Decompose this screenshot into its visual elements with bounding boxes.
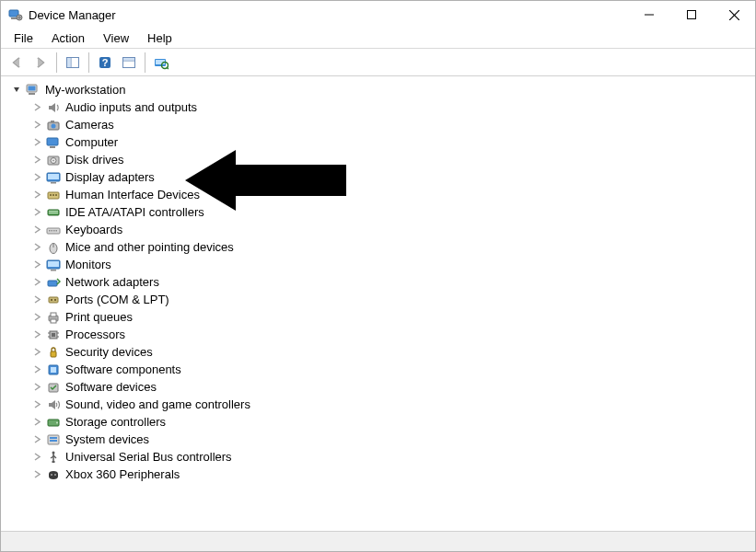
tree-item[interactable]: Software components: [30, 361, 755, 378]
svg-rect-21: [29, 86, 36, 91]
tree-item[interactable]: Keyboards: [30, 221, 755, 238]
chevron-right-icon[interactable]: [30, 243, 43, 251]
chevron-right-icon[interactable]: [30, 418, 43, 426]
maximize-button[interactable]: [670, 1, 713, 29]
chevron-right-icon[interactable]: [30, 348, 43, 356]
chevron-right-icon[interactable]: [30, 295, 43, 304]
tree-item[interactable]: Ports (COM & LPT): [30, 291, 755, 308]
audio-icon: [45, 100, 62, 115]
tree-item[interactable]: Computer: [30, 133, 755, 151]
menu-help[interactable]: Help: [140, 29, 180, 47]
toolbar-separator: [56, 52, 57, 73]
show-hide-console-tree-button[interactable]: [62, 52, 84, 74]
chevron-right-icon[interactable]: [30, 103, 43, 111]
svg-line-6: [729, 10, 739, 20]
tree-item-label: Human Interface Devices: [65, 186, 200, 203]
softdev-icon: [45, 380, 62, 395]
svg-rect-14: [123, 58, 134, 61]
tree-item[interactable]: Monitors: [30, 256, 755, 273]
tree-item-label: IDE ATA/ATAPI controllers: [65, 203, 204, 221]
chevron-right-icon[interactable]: [30, 121, 43, 129]
tree-item[interactable]: Storage controllers: [30, 413, 755, 431]
chevron-right-icon[interactable]: [30, 400, 43, 408]
tree-item[interactable]: Network adapters: [30, 273, 755, 291]
tree-item[interactable]: Print queues: [30, 308, 755, 326]
chevron-right-icon[interactable]: [30, 313, 43, 321]
back-button[interactable]: [6, 52, 28, 74]
menu-file[interactable]: File: [6, 29, 41, 47]
tree-item[interactable]: Human Interface Devices: [30, 186, 755, 203]
softcomp-icon: [45, 362, 62, 377]
tree-item-label: Keyboards: [65, 221, 122, 238]
tree-item-label: Xbox 360 Peripherals: [65, 466, 180, 483]
tree-item[interactable]: Universal Serial Bus controllers: [30, 448, 755, 466]
tree-item-label: Processors: [65, 326, 125, 343]
tree-item-label: Monitors: [65, 256, 111, 273]
toolbar: ?: [1, 49, 755, 76]
tree-item[interactable]: Sound, video and game controllers: [30, 396, 755, 413]
chevron-right-icon[interactable]: [30, 453, 43, 461]
chevron-right-icon[interactable]: [30, 365, 43, 374]
tree-root-node[interactable]: My-workstation: [10, 80, 755, 98]
device-tree[interactable]: My-workstation Audio inputs and outputsC…: [1, 76, 755, 531]
tree-item[interactable]: Xbox 360 Peripherals: [30, 466, 755, 483]
chevron-right-icon[interactable]: [30, 155, 43, 164]
menu-action[interactable]: Action: [44, 29, 92, 47]
hid-icon: [45, 188, 62, 202]
monitor-icon: [45, 258, 62, 272]
tree-item[interactable]: Software devices: [30, 378, 755, 396]
usb-icon: [45, 450, 62, 465]
svg-line-18: [167, 67, 169, 69]
keyboard-icon: [45, 223, 62, 237]
tree-item-label: Mice and other pointing devices: [65, 238, 234, 256]
cpu-icon: [45, 328, 62, 342]
chevron-right-icon[interactable]: [30, 260, 43, 269]
chevron-right-icon[interactable]: [30, 278, 43, 286]
tree-item[interactable]: Display adapters: [30, 168, 755, 186]
chevron-right-icon[interactable]: [30, 225, 43, 234]
network-icon: [45, 275, 62, 290]
titlebar: Device Manager: [1, 1, 755, 29]
minimize-button[interactable]: [628, 1, 670, 29]
display-icon: [45, 170, 62, 185]
tree-item[interactable]: Cameras: [30, 116, 755, 133]
tree-item-label: Storage controllers: [65, 413, 166, 431]
forward-button[interactable]: [29, 52, 52, 74]
properties-button[interactable]: [118, 52, 140, 74]
tree-item[interactable]: Processors: [30, 326, 755, 343]
tree-item[interactable]: Security devices: [30, 343, 755, 361]
help-button[interactable]: ?: [94, 52, 116, 74]
chevron-right-icon[interactable]: [30, 383, 43, 391]
device-manager-icon: [8, 7, 23, 22]
disk-icon: [45, 153, 62, 167]
chevron-right-icon[interactable]: [30, 208, 43, 216]
tree-item[interactable]: Disk drives: [30, 151, 755, 168]
chevron-right-icon[interactable]: [30, 190, 43, 199]
chevron-right-icon[interactable]: [30, 435, 43, 443]
printer-icon: [45, 310, 62, 325]
window-title: Device Manager: [29, 8, 116, 22]
tree-root-label: My-workstation: [45, 83, 125, 97]
tree-item[interactable]: Mice and other pointing devices: [30, 238, 755, 256]
scan-hardware-button[interactable]: [150, 52, 172, 74]
chevron-right-icon[interactable]: [30, 470, 43, 478]
port-icon: [45, 293, 62, 307]
computer-icon: [45, 135, 62, 150]
menu-view[interactable]: View: [96, 29, 136, 47]
chevron-down-icon[interactable]: [10, 86, 23, 94]
svg-text:?: ?: [102, 57, 109, 68]
tree-item[interactable]: Audio inputs and outputs: [30, 98, 755, 116]
system-icon: [45, 432, 62, 447]
chevron-right-icon[interactable]: [30, 330, 43, 339]
chevron-right-icon[interactable]: [30, 138, 43, 146]
chevron-right-icon[interactable]: [30, 173, 43, 181]
tree-item[interactable]: IDE ATA/ATAPI controllers: [30, 203, 755, 221]
svg-rect-4: [688, 11, 696, 19]
tree-item[interactable]: System devices: [30, 431, 755, 448]
tree-item-label: Sound, video and game controllers: [65, 396, 250, 413]
svg-rect-20: [29, 93, 35, 95]
tree-item-label: Cameras: [65, 116, 114, 133]
camera-icon: [45, 118, 62, 132]
tree-item-label: Security devices: [65, 343, 153, 361]
close-button[interactable]: [713, 1, 755, 29]
